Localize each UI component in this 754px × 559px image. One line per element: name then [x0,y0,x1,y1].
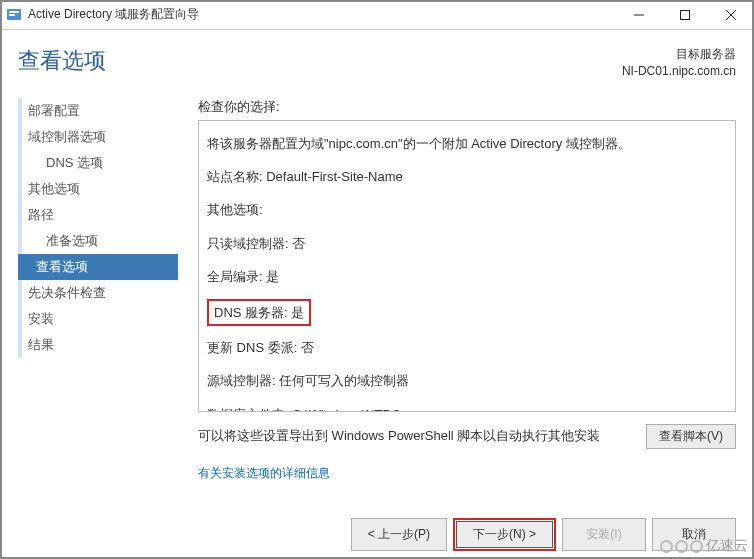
sidebar-item-5[interactable]: 准备选项 [18,228,178,254]
sidebar-item-6[interactable]: 查看选项 [18,254,178,280]
body: 部署配置域控制器选项DNS 选项其他选项路径准备选项查看选项先决条件检查安装结果… [0,80,754,482]
target-label: 目标服务器 [622,46,736,63]
previous-button[interactable]: < 上一步(P) [351,518,447,551]
review-line: 更新 DNS 委派: 否 [207,331,727,364]
view-script-button[interactable]: 查看脚本(V) [646,424,736,449]
review-selections-box[interactable]: 将该服务器配置为域"nipc.com.cn"的一个附加 Active Direc… [198,120,736,412]
next-button-highlight: 下一步(N) > [453,518,556,551]
export-row: 可以将这些设置导出到 Windows PowerShell 脚本以自动执行其他安… [198,424,736,449]
window-titlebar: Active Directory 域服务配置向导 [0,0,754,30]
export-hint: 可以将这些设置导出到 Windows PowerShell 脚本以自动执行其他安… [198,427,646,445]
sidebar-item-1[interactable]: 域控制器选项 [18,124,178,150]
sidebar-item-8[interactable]: 安装 [18,306,178,332]
sidebar-item-3[interactable]: 其他选项 [18,176,178,202]
review-line: 只读域控制器: 否 [207,227,727,260]
wizard-sidebar: 部署配置域控制器选项DNS 选项其他选项路径准备选项查看选项先决条件检查安装结果 [18,98,178,482]
sidebar-item-7[interactable]: 先决条件检查 [18,280,178,306]
close-button[interactable] [708,0,754,29]
target-server-box: 目标服务器 NI-DC01.nipc.com.cn [622,46,736,80]
content-pane: 检查你的选择: 将该服务器配置为域"nipc.com.cn"的一个附加 Acti… [198,98,736,482]
cancel-button[interactable]: 取消 [652,518,736,551]
review-line: 将该服务器配置为域"nipc.com.cn"的一个附加 Active Direc… [207,127,727,160]
window-title: Active Directory 域服务配置向导 [28,6,616,23]
review-line: 站点名称: Default-First-Site-Name [207,160,727,193]
app-icon [6,7,22,23]
header: 查看选项 目标服务器 NI-DC01.nipc.com.cn [0,30,754,80]
review-line: 数据库文件夹: C:\Windows\NTDS [207,398,727,412]
svg-rect-1 [9,11,19,13]
more-info-link[interactable]: 有关安装选项的详细信息 [198,466,330,480]
more-info-row: 有关安装选项的详细信息 [198,465,736,482]
target-server-name: NI-DC01.nipc.com.cn [622,63,736,80]
svg-rect-4 [681,10,690,19]
minimize-button[interactable] [616,0,662,29]
sidebar-item-0[interactable]: 部署配置 [18,98,178,124]
review-line: 全局编录: 是 [207,260,727,293]
svg-rect-2 [9,14,15,16]
dns-server-highlight: DNS 服务器: 是 [207,299,311,326]
review-line-dns: DNS 服务器: 是 [207,294,727,331]
sidebar-item-2[interactable]: DNS 选项 [18,150,178,176]
review-line: 其他选项: [207,193,727,226]
sidebar-item-9[interactable]: 结果 [18,332,178,358]
next-button[interactable]: 下一步(N) > [456,521,553,548]
window-controls [616,0,754,29]
wizard-footer: < 上一步(P) 下一步(N) > 安装(I) 取消 [351,518,736,551]
install-button: 安装(I) [562,518,646,551]
review-line: 源域控制器: 任何可写入的域控制器 [207,364,727,397]
maximize-button[interactable] [662,0,708,29]
page-title: 查看选项 [18,46,106,76]
sidebar-item-4[interactable]: 路径 [18,202,178,228]
check-your-selections-label: 检查你的选择: [198,98,736,116]
